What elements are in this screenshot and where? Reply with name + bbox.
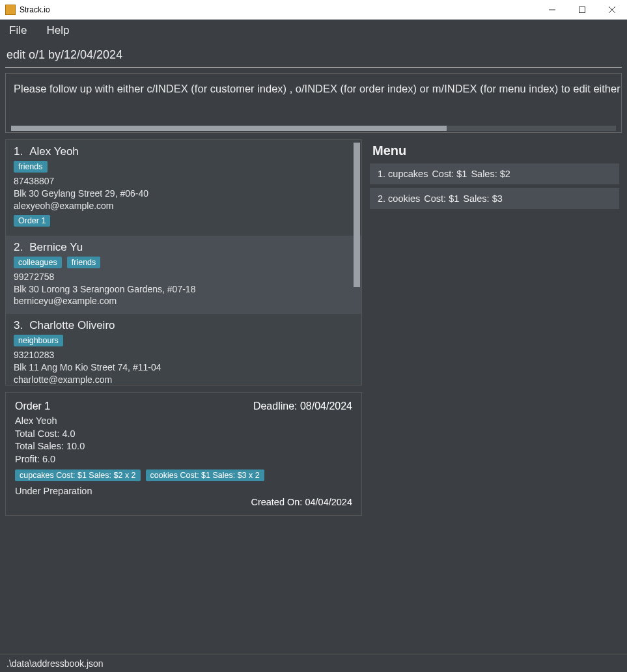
person-tags: colleaguesfriends: [14, 257, 354, 268]
menu-help[interactable]: Help: [42, 21, 73, 40]
menu-item[interactable]: 1. cupcakesCost: $1Sales: $2: [370, 163, 619, 184]
person-card[interactable]: 1.Alex Yeohfriends87438807Blk 30 Geylang…: [6, 140, 361, 236]
order-customer: Alex Yeoh: [15, 415, 352, 428]
menubar: File Help: [0, 20, 627, 42]
app-icon: [5, 5, 16, 15]
order-badge: Order 1: [14, 215, 50, 227]
command-input[interactable]: [5, 44, 622, 68]
person-card[interactable]: 2.Bernice Yucolleaguesfriends99272758Blk…: [6, 236, 361, 315]
order-item-tag: cookies Cost: $1 Sales: $3 x 2: [146, 469, 264, 481]
person-name: Charlotte Oliveiro: [29, 319, 115, 331]
message-panel: Please follow up with either c/INDEX (fo…: [5, 73, 622, 133]
person-phone: 87438807: [14, 175, 354, 188]
person-name-line: 2.Bernice Yu: [14, 241, 354, 254]
person-index: 2.: [14, 241, 23, 253]
status-bar: .\data\addressbook.json: [0, 654, 627, 672]
message-text: Please follow up with either c/INDEX (fo…: [6, 74, 621, 95]
person-name-line: 3.Charlotte Oliveiro: [14, 319, 354, 332]
message-hscroll[interactable]: [11, 126, 616, 131]
menu-item-sales: Sales: $2: [471, 169, 510, 179]
close-button[interactable]: [597, 0, 627, 20]
order-created: Created On: 04/04/2024: [251, 497, 352, 507]
menu-item[interactable]: 2. cookiesCost: $1Sales: $3: [370, 188, 619, 209]
window-titlebar: Strack.io: [0, 0, 627, 20]
svg-rect-1: [579, 7, 585, 13]
order-total-cost: Total Cost: 4.0: [15, 428, 352, 441]
menu-item-cost: Cost: $1: [432, 169, 467, 179]
menu-heading: Menu: [372, 143, 619, 158]
person-tags: friends: [14, 161, 354, 173]
order-item-tag: cupcakes Cost: $1 Sales: $2 x 2: [15, 469, 141, 481]
person-list: 1.Alex Yeohfriends87438807Blk 30 Geylang…: [5, 139, 362, 385]
person-phone: 99272758: [14, 271, 354, 283]
person-address: Blk 11 Ang Mo Kio Street 74, #11-04: [14, 361, 354, 374]
person-index: 3.: [14, 319, 23, 331]
person-email: alexyeoh@example.com: [14, 200, 354, 212]
person-name: Alex Yeoh: [29, 145, 79, 158]
menu-item-sales: Sales: $3: [463, 193, 502, 204]
order-panel: Order 1 Deadline: 08/04/2024 Alex Yeoh T…: [5, 392, 362, 516]
order-profit: Profit: 6.0: [15, 453, 352, 466]
window-title: Strack.io: [20, 5, 537, 14]
order-title: Order 1: [15, 400, 50, 412]
menu-file[interactable]: File: [5, 21, 31, 40]
tag: colleagues: [14, 257, 62, 268]
person-email: berniceyu@example.com: [14, 295, 354, 307]
status-path: .\data\addressbook.json: [7, 658, 104, 669]
person-index: 1.: [14, 145, 23, 158]
person-name-line: 1.Alex Yeoh: [14, 145, 354, 158]
person-address: Blk 30 Geylang Street 29, #06-40: [14, 188, 354, 200]
person-list-scrollbar[interactable]: [354, 143, 360, 287]
person-phone: 93210283: [14, 349, 354, 361]
menu-list: 1. cupcakesCost: $1Sales: $22. cookiesCo…: [370, 163, 619, 209]
order-status: Under Preparation: [15, 485, 352, 498]
tag: friends: [67, 257, 101, 268]
menu-item-cost: Cost: $1: [424, 193, 459, 204]
maximize-button[interactable]: [567, 0, 597, 20]
tag: friends: [14, 161, 48, 173]
order-total-sales: Total Sales: 10.0: [15, 440, 352, 453]
menu-item-name: 1. cupcakes: [378, 169, 428, 179]
person-order-badges: Order 1: [14, 215, 354, 227]
person-email: charlotte@example.com: [14, 374, 354, 385]
order-deadline: Deadline: 08/04/2024: [253, 400, 352, 412]
minimize-button[interactable]: [537, 0, 567, 20]
person-address: Blk 30 Lorong 3 Serangoon Gardens, #07-1…: [14, 283, 354, 296]
tag: neighbours: [14, 335, 63, 346]
menu-item-name: 2. cookies: [378, 193, 420, 204]
person-name: Bernice Yu: [29, 241, 83, 253]
person-card[interactable]: 3.Charlotte Oliveironeighbours93210283Bl…: [6, 314, 361, 385]
person-tags: neighbours: [14, 335, 354, 346]
